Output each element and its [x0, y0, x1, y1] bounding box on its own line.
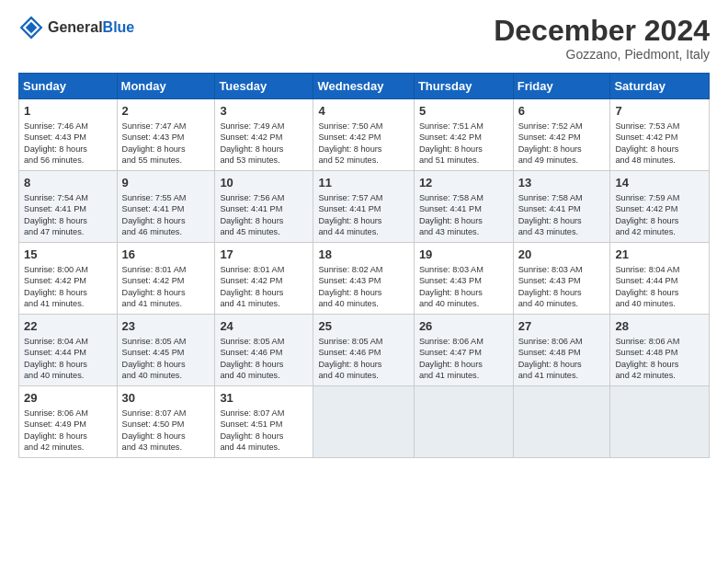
- day-number: 4: [318, 103, 408, 120]
- day-info: Sunrise: 7:53 AM Sunset: 4:42 PM Dayligh…: [615, 121, 704, 167]
- day-number: 8: [24, 175, 112, 191]
- day-number: 1: [24, 103, 112, 120]
- day-number: 27: [518, 318, 606, 335]
- calendar-cell: [610, 386, 710, 458]
- day-info: Sunrise: 7:50 AM Sunset: 4:42 PM Dayligh…: [318, 121, 408, 167]
- day-number: 9: [122, 175, 210, 191]
- calendar-cell: 5Sunrise: 7:51 AM Sunset: 4:42 PM Daylig…: [414, 99, 513, 171]
- day-info: Sunrise: 7:59 AM Sunset: 4:42 PM Dayligh…: [615, 192, 704, 238]
- calendar-cell: [414, 386, 513, 458]
- calendar-cell: 1Sunrise: 7:46 AM Sunset: 4:43 PM Daylig…: [19, 99, 118, 171]
- calendar-cell: 13Sunrise: 7:58 AM Sunset: 4:41 PM Dayli…: [513, 171, 610, 243]
- day-number: 31: [220, 390, 308, 407]
- day-info: Sunrise: 7:55 AM Sunset: 4:41 PM Dayligh…: [122, 192, 210, 238]
- day-info: Sunrise: 8:05 AM Sunset: 4:46 PM Dayligh…: [220, 336, 308, 382]
- day-info: Sunrise: 7:49 AM Sunset: 4:42 PM Dayligh…: [220, 121, 308, 167]
- dow-header-tuesday: Tuesday: [215, 74, 313, 99]
- calendar-cell: 23Sunrise: 8:05 AM Sunset: 4:45 PM Dayli…: [117, 315, 215, 386]
- calendar-cell: 4Sunrise: 7:50 AM Sunset: 4:42 PM Daylig…: [313, 99, 414, 171]
- header: GeneralBlue December 2024 Gozzano, Piedm…: [18, 15, 710, 62]
- day-info: Sunrise: 8:05 AM Sunset: 4:46 PM Dayligh…: [318, 336, 408, 382]
- title-block: December 2024 Gozzano, Piedmont, Italy: [494, 15, 710, 62]
- calendar-cell: 7Sunrise: 7:53 AM Sunset: 4:42 PM Daylig…: [610, 99, 710, 171]
- day-number: 6: [518, 103, 606, 120]
- calendar-cell: 19Sunrise: 8:03 AM Sunset: 4:43 PM Dayli…: [414, 243, 513, 315]
- day-info: Sunrise: 8:04 AM Sunset: 4:44 PM Dayligh…: [615, 264, 704, 310]
- calendar-cell: 29Sunrise: 8:06 AM Sunset: 4:49 PM Dayli…: [19, 386, 118, 458]
- calendar-cell: 30Sunrise: 8:07 AM Sunset: 4:50 PM Dayli…: [117, 386, 215, 458]
- calendar-cell: 21Sunrise: 8:04 AM Sunset: 4:44 PM Dayli…: [610, 243, 710, 315]
- week-row-1: 1Sunrise: 7:46 AM Sunset: 4:43 PM Daylig…: [19, 99, 710, 171]
- calendar-cell: 3Sunrise: 7:49 AM Sunset: 4:42 PM Daylig…: [215, 99, 313, 171]
- calendar-cell: 20Sunrise: 8:03 AM Sunset: 4:43 PM Dayli…: [513, 243, 610, 315]
- day-number: 24: [220, 318, 308, 335]
- day-info: Sunrise: 7:54 AM Sunset: 4:41 PM Dayligh…: [24, 192, 112, 238]
- day-number: 16: [122, 247, 210, 263]
- day-number: 19: [419, 247, 508, 263]
- day-number: 23: [122, 318, 210, 335]
- day-number: 15: [24, 247, 112, 263]
- day-number: 25: [318, 318, 408, 335]
- day-info: Sunrise: 8:06 AM Sunset: 4:47 PM Dayligh…: [419, 336, 508, 382]
- calendar-cell: 8Sunrise: 7:54 AM Sunset: 4:41 PM Daylig…: [19, 171, 118, 243]
- calendar-cell: 24Sunrise: 8:05 AM Sunset: 4:46 PM Dayli…: [215, 315, 313, 386]
- day-info: Sunrise: 8:01 AM Sunset: 4:42 PM Dayligh…: [220, 264, 308, 310]
- day-number: 5: [419, 103, 508, 120]
- calendar-cell: 25Sunrise: 8:05 AM Sunset: 4:46 PM Dayli…: [313, 315, 414, 386]
- day-number: 22: [24, 318, 112, 335]
- calendar-cell: 11Sunrise: 7:57 AM Sunset: 4:41 PM Dayli…: [313, 171, 414, 243]
- day-number: 3: [220, 103, 308, 120]
- day-info: Sunrise: 7:52 AM Sunset: 4:42 PM Dayligh…: [518, 121, 606, 167]
- day-number: 10: [220, 175, 308, 191]
- day-info: Sunrise: 7:46 AM Sunset: 4:43 PM Dayligh…: [24, 121, 112, 167]
- calendar-page: GeneralBlue December 2024 Gozzano, Piedm…: [0, 0, 728, 563]
- day-number: 28: [615, 318, 704, 335]
- day-info: Sunrise: 7:56 AM Sunset: 4:41 PM Dayligh…: [220, 192, 308, 238]
- dow-header-sunday: Sunday: [19, 74, 118, 99]
- calendar-cell: 10Sunrise: 7:56 AM Sunset: 4:41 PM Dayli…: [215, 171, 313, 243]
- week-row-3: 15Sunrise: 8:00 AM Sunset: 4:42 PM Dayli…: [19, 243, 710, 315]
- calendar-cell: 17Sunrise: 8:01 AM Sunset: 4:42 PM Dayli…: [215, 243, 313, 315]
- calendar-cell: 12Sunrise: 7:58 AM Sunset: 4:41 PM Dayli…: [414, 171, 513, 243]
- week-row-2: 8Sunrise: 7:54 AM Sunset: 4:41 PM Daylig…: [19, 171, 710, 243]
- day-number: 13: [518, 175, 606, 191]
- week-row-5: 29Sunrise: 8:06 AM Sunset: 4:49 PM Dayli…: [19, 386, 710, 458]
- calendar-cell: 22Sunrise: 8:04 AM Sunset: 4:44 PM Dayli…: [19, 315, 118, 386]
- day-number: 30: [122, 390, 210, 407]
- day-number: 14: [615, 175, 704, 191]
- month-title: December 2024: [494, 15, 710, 47]
- day-info: Sunrise: 8:07 AM Sunset: 4:51 PM Dayligh…: [220, 408, 308, 454]
- day-info: Sunrise: 8:04 AM Sunset: 4:44 PM Dayligh…: [24, 336, 112, 382]
- logo-text: GeneralBlue: [48, 19, 134, 36]
- day-info: Sunrise: 8:07 AM Sunset: 4:50 PM Dayligh…: [122, 408, 210, 454]
- day-info: Sunrise: 8:01 AM Sunset: 4:42 PM Dayligh…: [122, 264, 210, 310]
- logo-icon: [18, 15, 44, 40]
- calendar-cell: [313, 386, 414, 458]
- calendar-cell: 2Sunrise: 7:47 AM Sunset: 4:43 PM Daylig…: [117, 99, 215, 171]
- day-number: 7: [615, 103, 704, 120]
- calendar-cell: 28Sunrise: 8:06 AM Sunset: 4:48 PM Dayli…: [610, 315, 710, 386]
- day-info: Sunrise: 8:05 AM Sunset: 4:45 PM Dayligh…: [122, 336, 210, 382]
- calendar-cell: 15Sunrise: 8:00 AM Sunset: 4:42 PM Dayli…: [19, 243, 118, 315]
- day-number: 11: [318, 175, 408, 191]
- calendar-cell: 6Sunrise: 7:52 AM Sunset: 4:42 PM Daylig…: [513, 99, 610, 171]
- calendar-cell: 9Sunrise: 7:55 AM Sunset: 4:41 PM Daylig…: [117, 171, 215, 243]
- day-number: 20: [518, 247, 606, 263]
- calendar-cell: 18Sunrise: 8:02 AM Sunset: 4:43 PM Dayli…: [313, 243, 414, 315]
- day-number: 21: [615, 247, 704, 263]
- day-number: 2: [122, 103, 210, 120]
- calendar-body: 1Sunrise: 7:46 AM Sunset: 4:43 PM Daylig…: [19, 99, 710, 458]
- location-subtitle: Gozzano, Piedmont, Italy: [494, 47, 710, 62]
- days-of-week-row: SundayMondayTuesdayWednesdayThursdayFrid…: [19, 74, 710, 99]
- calendar-cell: 16Sunrise: 8:01 AM Sunset: 4:42 PM Dayli…: [117, 243, 215, 315]
- dow-header-thursday: Thursday: [414, 74, 513, 99]
- day-info: Sunrise: 8:06 AM Sunset: 4:48 PM Dayligh…: [615, 336, 704, 382]
- day-number: 17: [220, 247, 308, 263]
- dow-header-saturday: Saturday: [610, 74, 710, 99]
- calendar-table: SundayMondayTuesdayWednesdayThursdayFrid…: [18, 73, 710, 458]
- day-number: 12: [419, 175, 508, 191]
- calendar-cell: [513, 386, 610, 458]
- logo: GeneralBlue: [18, 15, 134, 40]
- dow-header-friday: Friday: [513, 74, 610, 99]
- calendar-cell: 14Sunrise: 7:59 AM Sunset: 4:42 PM Dayli…: [610, 171, 710, 243]
